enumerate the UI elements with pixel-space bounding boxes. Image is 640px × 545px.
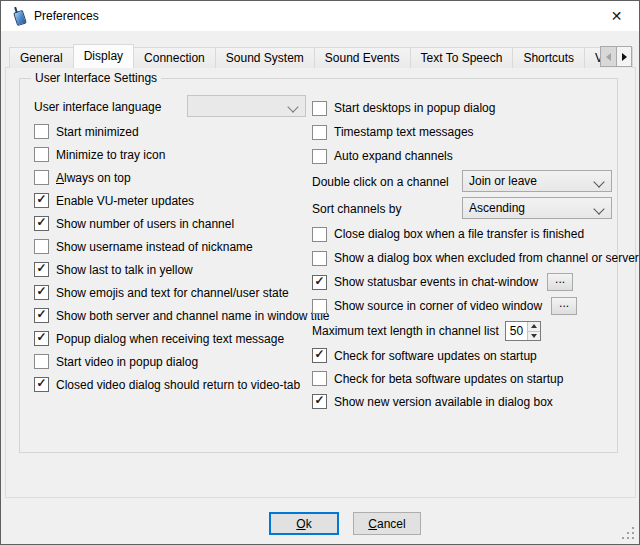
spinner-up-icon[interactable] [528,322,540,332]
tab-label: Shortcuts [523,51,574,65]
double-click-select[interactable]: Join or leave [462,170,612,192]
check-updates-checkbox[interactable] [312,348,327,363]
row-user-count: Show number of users in channel [34,212,319,235]
video-popup-checkbox[interactable] [34,354,49,369]
row-auto-expand: Auto expand channels [312,144,613,168]
tab-scroll-right-button[interactable] [616,46,632,67]
language-label: User interface language [34,100,161,114]
checkbox-label: Show emojis and text for channel/user st… [56,286,289,300]
row-video-popup: Start video in popup dialog [34,350,319,373]
closed-video-return-checkbox[interactable] [34,377,49,392]
checkbox-label: Minimize to tray icon [56,148,165,162]
show-emojis-checkbox[interactable] [34,285,49,300]
tab-label: Display [84,49,123,63]
tab-sound-events[interactable]: Sound Events [314,47,411,68]
desktops-popup-checkbox[interactable] [312,101,327,116]
double-click-value: Join or leave [469,174,537,188]
left-column: User interface language Start minimized … [34,94,319,396]
checkbox-label: Always on top [56,171,131,185]
close-button[interactable]: ✕ [594,1,639,31]
row-always-on-top: Always on top [34,166,319,189]
statusbar-events-browse-button[interactable]: ... [547,273,573,291]
tab-scroll-left-button[interactable] [600,46,616,67]
vu-meter-updates-checkbox[interactable] [34,193,49,208]
tab-connection[interactable]: Connection [133,47,216,68]
max-text-length-spinner[interactable]: 50 [505,321,541,341]
tab-bar: General Display Connection Sound System … [9,44,633,68]
max-text-length-row: Maximum text length in channel list 50 [312,318,613,344]
groupbox-title: User Interface Settings [31,71,161,85]
checkbox-label: Show last to talk in yellow [56,263,193,277]
window-title: Preferences [34,9,99,23]
row-statusbar-events: Show statusbar events in chat-window ... [312,270,613,294]
row-timestamp: Timestamp text messages [312,120,613,144]
language-select[interactable] [187,95,306,117]
checkbox-label: Start minimized [56,125,139,139]
title-bar[interactable]: Preferences ✕ [1,1,639,31]
row-username-nickname: Show username instead of nickname [34,235,319,258]
row-start-minimized: Start minimized [34,120,319,143]
sort-channels-select[interactable]: Ascending [462,197,612,219]
start-minimized-checkbox[interactable] [34,124,49,139]
row-closed-video-return: Closed video dialog should return to vid… [34,373,319,396]
tab-label: Sound System [226,51,304,65]
show-user-count-checkbox[interactable] [34,216,49,231]
checkbox-label: Popup dialog when receiving text message [56,332,284,346]
popup-text-message-checkbox[interactable] [34,331,49,346]
double-click-row: Double click on a channel Join or leave [312,168,613,195]
tab-sound-system[interactable]: Sound System [215,47,315,68]
chevron-down-icon [593,176,604,187]
right-column: Start desktops in popup dialog Timestamp… [312,96,613,413]
checkbox-label: Show username instead of nickname [56,240,253,254]
tab-label: General [20,51,63,65]
server-channel-title-checkbox[interactable] [34,308,49,323]
checkbox-label: Closed video dialog should return to vid… [56,378,300,392]
auto-expand-checkbox[interactable] [312,149,327,164]
max-text-length-label: Maximum text length in channel list [312,324,499,338]
timestamp-checkbox[interactable] [312,125,327,140]
app-icon-body [13,10,27,26]
tab-display[interactable]: Display [73,44,134,68]
resize-grip[interactable] [622,527,634,539]
video-source-corner-checkbox[interactable] [312,299,327,314]
row-vu-meter: Enable VU-meter updates [34,189,319,212]
spinner-down-icon[interactable] [528,332,540,341]
check-beta-updates-checkbox[interactable] [312,371,327,386]
row-emojis: Show emojis and text for channel/user st… [34,281,319,304]
chevron-down-icon [287,101,298,112]
ok-button[interactable]: Ok [269,512,339,535]
ok-button-label: Ok [296,517,311,531]
cancel-button[interactable]: Cancel [353,512,421,535]
checkbox-label: Timestamp text messages [334,125,474,139]
row-close-file-transfer: Close dialog box when a file transfer is… [312,222,613,246]
show-username-checkbox[interactable] [34,239,49,254]
excluded-dialog-checkbox[interactable] [312,251,327,266]
checkbox-label: Start video in popup dialog [56,355,198,369]
sort-channels-row: Sort channels by Ascending [312,195,613,222]
checkbox-label: Check for software updates on startup [334,349,537,363]
checkbox-label: Auto expand channels [334,149,453,163]
preferences-dialog: Preferences ✕ General Display Connection… [0,0,640,545]
statusbar-events-checkbox[interactable] [312,275,327,290]
tab-text-to-speech[interactable]: Text To Speech [410,47,514,68]
chevron-left-icon [606,53,611,61]
row-new-version-dialog: Show new version available in dialog box [312,390,613,413]
checkbox-label: Close dialog box when a file transfer is… [334,227,584,241]
video-source-browse-button[interactable]: ... [551,297,577,315]
tab-shortcuts[interactable]: Shortcuts [512,47,585,68]
row-desktops-popup: Start desktops in popup dialog [312,96,613,120]
language-row: User interface language [34,94,319,120]
minimize-to-tray-checkbox[interactable] [34,147,49,162]
double-click-label: Double click on a channel [312,175,449,189]
checkbox-label: Show new version available in dialog box [334,395,553,409]
last-to-talk-checkbox[interactable] [34,262,49,277]
checkbox-label: Show both server and channel name in win… [56,309,330,323]
tab-general[interactable]: General [9,47,74,68]
new-version-dialog-checkbox[interactable] [312,394,327,409]
checkbox-label: Show number of users in channel [56,217,234,231]
spinner-buttons [527,322,540,340]
checkbox-label: Show statusbar events in chat-window [334,275,538,289]
row-minimize-to-tray: Minimize to tray icon [34,143,319,166]
always-on-top-checkbox[interactable] [34,170,49,185]
close-file-transfer-checkbox[interactable] [312,227,327,242]
